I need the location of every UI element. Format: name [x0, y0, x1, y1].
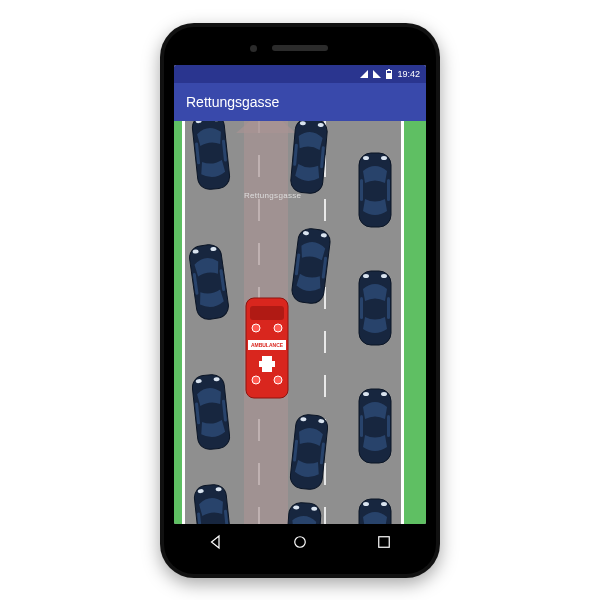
battery-icon: [386, 70, 392, 79]
android-nav-bar: [174, 524, 426, 560]
nav-recent-button[interactable]: [367, 525, 401, 559]
shoulder-right: [404, 121, 426, 524]
car: [188, 121, 234, 193]
wifi-icon: [360, 70, 368, 78]
car: [356, 497, 394, 524]
app-bar: Rettungsgasse: [174, 83, 426, 121]
nav-home-button[interactable]: [283, 525, 317, 559]
car: [356, 151, 394, 229]
car: [188, 371, 234, 453]
status-bar: 19:42: [174, 65, 426, 83]
car: [281, 500, 324, 524]
car: [287, 121, 332, 197]
device-camera: [250, 45, 257, 52]
ambulance: [244, 296, 290, 400]
car: [286, 411, 332, 493]
screen: 19:42 Rettungsgasse Rettungsgasse: [174, 65, 426, 524]
circle-home-icon: [291, 533, 309, 551]
device-frame: 19:42 Rettungsgasse Rettungsgasse: [160, 23, 440, 578]
cell-icon: [373, 70, 381, 78]
edge-line-left: [182, 121, 185, 524]
svg-rect-1: [379, 537, 390, 548]
car: [356, 387, 394, 465]
app-title: Rettungsgasse: [186, 94, 279, 110]
road-illustration: Rettungsgasse: [174, 121, 426, 524]
edge-line-right: [401, 121, 404, 524]
svg-point-0: [295, 537, 306, 548]
triangle-back-icon: [207, 533, 225, 551]
car: [356, 269, 394, 347]
square-recent-icon: [375, 533, 393, 551]
rescue-lane-label: Rettungsgasse: [244, 191, 288, 200]
device-speaker: [272, 45, 328, 51]
status-time: 19:42: [397, 69, 420, 79]
shoulder-left: [174, 121, 182, 524]
nav-back-button[interactable]: [199, 525, 233, 559]
